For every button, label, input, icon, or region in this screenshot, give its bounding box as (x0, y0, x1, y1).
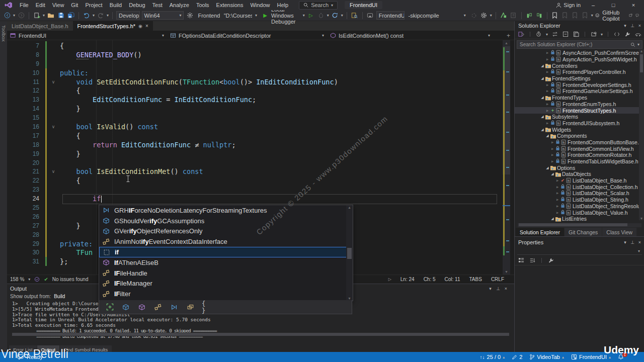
bookmark-clear-icon[interactable] (581, 12, 589, 20)
tree-item[interactable]: ▹hFrontendPlayerController.h (515, 69, 644, 75)
toolbox-tab[interactable]: Toolbox (0, 21, 8, 352)
tree-item[interactable]: ▹hFrontendGameUserSettings.h (515, 88, 644, 95)
collapsed-arrow-icon[interactable]: ▹ (545, 51, 550, 55)
completion-item[interactable]: GVerifyObjectReferencesOnly (99, 226, 353, 237)
window-position-icon[interactable]: ▾ (624, 23, 626, 28)
bookmark-icon[interactable] (551, 12, 559, 20)
find-in-files-icon[interactable] (351, 12, 359, 20)
chevron-down-icon[interactable]: ▾ (43, 13, 45, 18)
code-line[interactable]: 9 (7, 59, 514, 68)
close-button[interactable]: × (626, 2, 641, 8)
completion-item[interactable]: GRHIForceNoDeletionLatencyForStreamingTe… (99, 205, 353, 216)
code-line[interactable]: 11∨ void SetEditConditionFunc(TFunction<… (7, 77, 514, 86)
code-line[interactable]: 10public: (7, 68, 514, 77)
restart-icon[interactable] (331, 12, 339, 20)
chevron-down-icon[interactable]: ▾ (13, 13, 15, 18)
menu-test[interactable]: Test (149, 1, 166, 9)
panel-tab-git-changes[interactable]: Git Changes (565, 228, 602, 236)
editor-scrollbar[interactable]: ▲ ▼ (503, 40, 510, 275)
filter-snippets-icon[interactable]: { } (202, 303, 211, 312)
pending-edits-button[interactable]: 2 (512, 354, 522, 360)
panel-tab-solution-explorer[interactable]: Solution Explorer (516, 228, 564, 236)
status-eol[interactable]: CRLF (491, 277, 504, 282)
minimize-button[interactable]: – (586, 2, 601, 8)
chevron-down-icon[interactable]: ▾ (93, 13, 95, 18)
menu-file[interactable]: File (16, 1, 32, 9)
tree-item[interactable]: ▹hListDataObject_Collection.h (515, 184, 644, 190)
chevron-down-icon[interactable]: ▾ (28, 277, 30, 282)
chevron-down-icon[interactable]: ▾ (490, 13, 492, 18)
collapsed-arrow-icon[interactable]: ▹ (545, 109, 550, 113)
popup-scrollbar[interactable]: ▲ ▼ (346, 205, 353, 301)
tree-item[interactable]: ▹hListDataObject_Value.h (515, 209, 644, 216)
chevron-down-icon[interactable]: ▾ (107, 13, 109, 18)
search-box[interactable]: Search ▾ (299, 1, 338, 10)
completion-item[interactable]: IfAThenAElseB (99, 257, 353, 268)
menu-help[interactable]: Help (274, 1, 292, 9)
tree-item[interactable]: ▹✔hListDataObject_Base.h (515, 177, 644, 184)
collapsed-arrow-icon[interactable]: ▹ (550, 159, 555, 163)
collapsed-arrow-icon[interactable]: ▹ (545, 70, 550, 74)
unreal-gear-icon[interactable] (480, 12, 488, 20)
output-hscrollbar[interactable] (7, 332, 514, 336)
copilot-label[interactable]: GitHub Copilot (602, 10, 626, 22)
startup-project-combo[interactable]: FrontendUI▾ (196, 11, 219, 20)
solution-configurations-combo[interactable]: FrontendUI▾ (376, 11, 405, 20)
expanded-arrow-icon[interactable]: ◢ (550, 217, 555, 221)
tree-item[interactable]: ▹hFrontendCommonRotator.h (515, 152, 644, 158)
git-repo-button[interactable]: FrontendUI ▴ (571, 354, 611, 360)
code-line[interactable]: 19 } (7, 149, 514, 158)
copilot-share-icon[interactable] (629, 13, 632, 18)
zoom-level[interactable]: 158 % (10, 277, 24, 282)
menu-debug[interactable]: Debug (125, 1, 148, 9)
expanded-arrow-icon[interactable]: ◢ (540, 64, 545, 68)
code-line[interactable]: 12 { (7, 86, 514, 95)
pin-icon[interactable]: ⊣ (630, 240, 635, 244)
type-dropdown[interactable]: FOptionsDataEditConditionDescriptor ▾ (167, 31, 327, 40)
collapsed-arrow-icon[interactable]: ▹ (555, 185, 560, 189)
tree-item[interactable]: ▹hFrontendUISubsystem.h (515, 120, 644, 127)
navigate-back-icon[interactable] (3, 12, 11, 20)
output-source-combo[interactable]: Build (54, 294, 65, 299)
chevron-down-icon[interactable]: ▾ (546, 32, 548, 37)
refresh-icon[interactable] (470, 12, 478, 20)
tree-item[interactable]: ◢ListEntries (515, 216, 644, 222)
maximize-button[interactable]: □ (606, 2, 621, 8)
expanded-arrow-icon[interactable]: ◢ (550, 172, 555, 176)
tree-item[interactable]: ◢Components (515, 133, 644, 139)
tree-item[interactable]: ◢Controllers (515, 62, 644, 69)
platform-combo[interactable]: Win64▾ (142, 11, 184, 20)
collapsed-arrow-icon[interactable]: ▹ (545, 121, 550, 125)
pin-icon[interactable]: ⊣ (630, 24, 635, 28)
panel-tab-class-view[interactable]: Class View (602, 228, 636, 236)
fold-collapse-icon[interactable]: ∨ (47, 79, 60, 84)
project-dropdown[interactable]: FrontendUI ▾ (7, 31, 167, 40)
tree-item[interactable]: ▹hAsyncAction_PushConfirmScreen.h (515, 50, 644, 56)
menu-view[interactable]: View (49, 1, 68, 9)
redo-icon[interactable] (97, 12, 105, 20)
chevron-down-icon[interactable]: ▾ (327, 13, 329, 18)
menu-build[interactable]: Build (106, 1, 125, 9)
chevron-down-icon[interactable]: ▾ (591, 13, 593, 18)
ue-attach-icon[interactable] (500, 12, 508, 20)
expanded-arrow-icon[interactable]: ◢ (540, 96, 545, 100)
tree-item[interactable]: ▹hFrontendCommonButtonBase.h (515, 139, 644, 146)
filter-structs-icon[interactable] (137, 303, 146, 312)
preview-selected-icon[interactable] (573, 31, 580, 38)
add-view-icon[interactable]: + (507, 32, 510, 39)
window-position-icon[interactable]: ▾ (624, 240, 626, 245)
filter-interfaces-icon[interactable] (153, 303, 163, 312)
tree-item[interactable]: ◢FontendSettings (515, 75, 644, 82)
command-args-field[interactable]: -skipcompile▾ (407, 11, 468, 20)
expanded-arrow-icon[interactable]: ◢ (540, 76, 545, 80)
status-tabs[interactable]: TABS (469, 277, 481, 282)
attach-icon[interactable] (317, 12, 325, 20)
chevron-down-icon[interactable]: ▾ (303, 13, 305, 18)
configuration-combo[interactable]: Develop▾ (116, 11, 139, 20)
tree-item[interactable]: ▹hFrontendDeveloperSettings.h (515, 81, 644, 88)
tree-item[interactable]: ▹hFrontendEnumTypes.h (515, 101, 644, 108)
switch-views-icon[interactable] (518, 31, 525, 38)
issues-label[interactable]: No issues found (52, 277, 89, 282)
open-folder-icon[interactable] (47, 12, 55, 20)
collapsed-arrow-icon[interactable]: ▹ (545, 83, 550, 87)
